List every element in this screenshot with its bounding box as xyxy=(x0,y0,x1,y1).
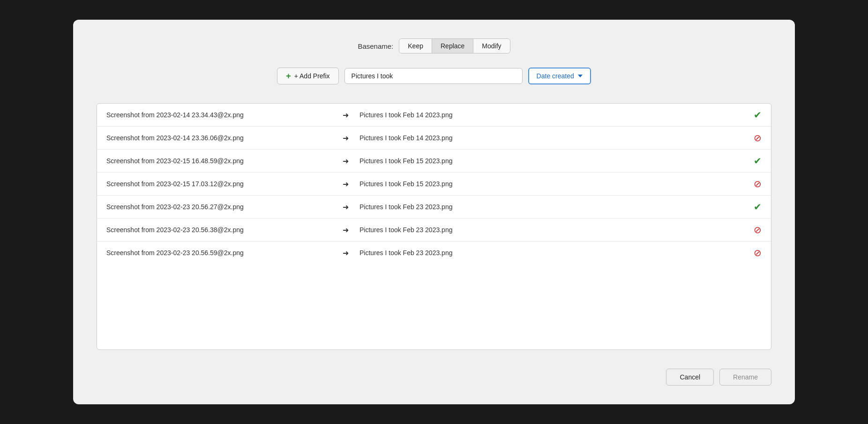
renamed-filename: Pictures I took Feb 14 2023.png xyxy=(359,134,745,142)
basename-modify-button[interactable]: Modify xyxy=(473,39,509,53)
plus-icon: + xyxy=(286,72,291,80)
renamed-filename: Pictures I took Feb 23 2023.png xyxy=(359,249,745,257)
renamed-filename: Pictures I took Feb 15 2023.png xyxy=(359,180,745,188)
status-error-icon: ⊘ xyxy=(745,133,762,143)
arrow-icon: ➜ xyxy=(331,180,359,189)
file-row: Screenshot from 2023-02-23 20.56.59@2x.p… xyxy=(97,242,771,264)
chevron-down-icon xyxy=(578,75,583,77)
date-dropdown-label: Date created xyxy=(537,72,574,80)
controls-row: + + Add Prefix Date created xyxy=(97,68,771,84)
original-filename: Screenshot from 2023-02-15 16.48.59@2x.p… xyxy=(106,157,331,165)
arrow-icon: ➜ xyxy=(331,157,359,166)
file-row: Screenshot from 2023-02-15 16.48.59@2x.p… xyxy=(97,150,771,173)
status-ok-icon: ✔ xyxy=(745,156,762,166)
original-filename: Screenshot from 2023-02-14 23.36.06@2x.p… xyxy=(106,134,331,142)
original-filename: Screenshot from 2023-02-15 17.03.12@2x.p… xyxy=(106,180,331,188)
file-row: Screenshot from 2023-02-14 23.36.06@2x.p… xyxy=(97,127,771,150)
status-ok-icon: ✔ xyxy=(745,202,762,212)
prefix-text-input[interactable] xyxy=(344,68,523,84)
status-error-icon: ⊘ xyxy=(745,248,762,257)
status-ok-icon: ✔ xyxy=(745,110,762,120)
basename-row: Basename: Keep Replace Modify xyxy=(97,38,771,53)
file-row: Screenshot from 2023-02-23 20.56.27@2x.p… xyxy=(97,196,771,219)
original-filename: Screenshot from 2023-02-23 20.56.59@2x.p… xyxy=(106,249,331,257)
arrow-icon: ➜ xyxy=(331,203,359,212)
file-list-container: Screenshot from 2023-02-14 23.34.43@2x.p… xyxy=(97,103,771,350)
basename-keep-button[interactable]: Keep xyxy=(399,39,432,53)
add-prefix-button[interactable]: + + Add Prefix xyxy=(277,68,338,84)
rename-dialog: Basename: Keep Replace Modify + + Add Pr… xyxy=(73,20,795,404)
status-error-icon: ⊘ xyxy=(745,225,762,235)
file-row: Screenshot from 2023-02-14 23.34.43@2x.p… xyxy=(97,104,771,127)
footer-row: Cancel Rename xyxy=(97,364,771,386)
original-filename: Screenshot from 2023-02-14 23.34.43@2x.p… xyxy=(106,111,331,119)
renamed-filename: Pictures I took Feb 23 2023.png xyxy=(359,226,745,234)
status-error-icon: ⊘ xyxy=(745,179,762,189)
arrow-icon: ➜ xyxy=(331,249,359,257)
renamed-filename: Pictures I took Feb 14 2023.png xyxy=(359,111,745,119)
original-filename: Screenshot from 2023-02-23 20.56.27@2x.p… xyxy=(106,203,331,211)
file-row: Screenshot from 2023-02-23 20.56.38@2x.p… xyxy=(97,219,771,242)
original-filename: Screenshot from 2023-02-23 20.56.38@2x.p… xyxy=(106,226,331,234)
basename-label: Basename: xyxy=(358,42,393,50)
arrow-icon: ➜ xyxy=(331,226,359,235)
file-row: Screenshot from 2023-02-15 17.03.12@2x.p… xyxy=(97,173,771,196)
cancel-button[interactable]: Cancel xyxy=(666,369,714,386)
renamed-filename: Pictures I took Feb 23 2023.png xyxy=(359,203,745,211)
basename-replace-button[interactable]: Replace xyxy=(432,39,473,53)
rename-button[interactable]: Rename xyxy=(719,369,771,386)
arrow-icon: ➜ xyxy=(331,134,359,143)
renamed-filename: Pictures I took Feb 15 2023.png xyxy=(359,157,745,165)
basename-button-group: Keep Replace Modify xyxy=(399,38,510,53)
date-created-dropdown-button[interactable]: Date created xyxy=(528,68,591,84)
arrow-icon: ➜ xyxy=(331,111,359,120)
add-prefix-label: + Add Prefix xyxy=(294,72,330,80)
